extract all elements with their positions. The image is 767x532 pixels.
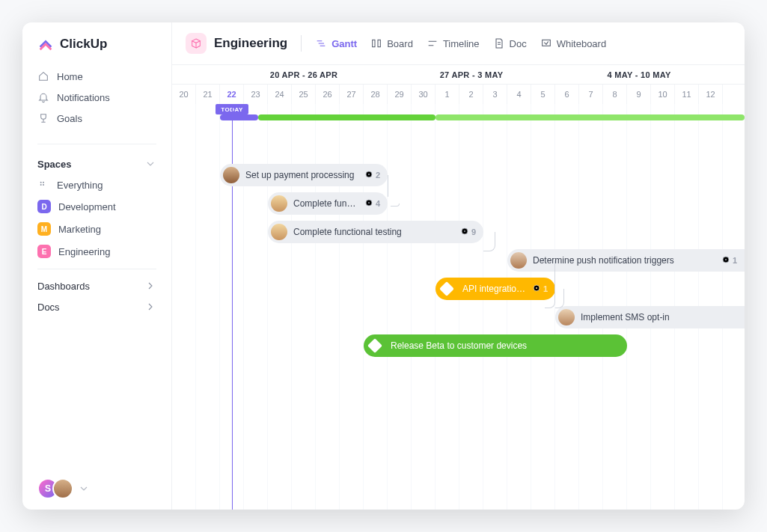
week-label: 4 MAY - 10 MAY <box>555 65 723 84</box>
day-cell: 2 <box>459 85 483 104</box>
user-avatar-photo <box>52 478 73 499</box>
dependency-connector <box>483 232 495 251</box>
gantt-task-bar[interactable]: Determine push notification triggers1 <box>507 249 745 272</box>
gantt-task-bar[interactable]: Complete functio...4 <box>268 192 388 215</box>
gantt-task-milestone[interactable]: API integration...1 <box>436 278 555 300</box>
gantt-summary-bar <box>172 114 745 120</box>
day-cell: 25 <box>292 85 316 104</box>
day-cell: 29 <box>388 85 412 104</box>
diamond-icon <box>439 281 454 296</box>
day-cell: 26 <box>316 85 340 104</box>
divider <box>37 144 156 144</box>
day-cell: 8 <box>603 85 627 104</box>
day-cell: 24 <box>268 85 292 104</box>
docs-label: Docs <box>37 302 60 313</box>
spaces-label: Spaces <box>37 159 72 170</box>
gantt-chart[interactable]: 20 APR - 26 APR 27 APR - 3 MAY 4 MAY - 1… <box>172 65 745 510</box>
sidebar-item-development[interactable]: D Development <box>22 195 171 218</box>
chevron-down-icon <box>78 483 90 495</box>
trophy-icon <box>37 112 49 124</box>
dependency-connector <box>388 175 388 197</box>
day-cell: 30 <box>412 85 436 104</box>
subtask-count: 1 <box>721 255 737 266</box>
day-cell: 12 <box>699 85 723 104</box>
home-icon <box>37 70 49 82</box>
gantt-task-bar[interactable]: Set up payment processing2 <box>220 164 388 186</box>
subtask-count: 2 <box>364 170 380 180</box>
subtask-icon <box>460 227 469 237</box>
day-cell: 7 <box>579 85 603 104</box>
sidebar-item-marketing[interactable]: M Marketing <box>22 218 171 240</box>
day-cell: 28 <box>364 85 388 104</box>
chevron-right-icon <box>144 301 156 313</box>
gantt-task-bar[interactable]: Complete functional testing9 <box>268 221 483 243</box>
view-tab-board-label: Board <box>387 38 413 49</box>
clickup-logo-icon <box>37 36 54 52</box>
day-cell: 1 <box>436 85 459 104</box>
day-cell: 6 <box>555 85 579 104</box>
day-cell: 4 <box>507 85 531 104</box>
svg-point-17 <box>368 202 370 204</box>
week-label: 20 APR - 26 APR <box>220 65 388 84</box>
assignee-avatar <box>271 224 287 240</box>
svg-rect-13 <box>542 40 550 46</box>
space-label-marketing: Marketing <box>58 224 101 235</box>
dashboards-label: Dashboards <box>37 281 90 292</box>
svg-rect-8 <box>378 40 380 46</box>
dependency-connector <box>545 260 555 308</box>
section-dashboards[interactable]: Dashboards <box>22 275 171 296</box>
subtask-icon <box>364 198 373 209</box>
brand-logo[interactable]: ClickUp <box>22 22 171 63</box>
gantt-icon <box>315 37 327 49</box>
sidebar: ClickUp Home Notifications Goals Spaces … <box>22 22 172 510</box>
sidebar-item-engineering[interactable]: E Engineering <box>22 240 171 263</box>
gantt-task-milestone[interactable]: Release Beta to customer devices <box>364 334 627 357</box>
view-tab-doc-label: Doc <box>510 38 527 49</box>
app-window: ClickUp Home Notifications Goals Spaces … <box>22 22 745 510</box>
current-space-label: Engineering <box>214 36 287 51</box>
view-tab-board[interactable]: Board <box>370 37 413 49</box>
view-tab-timeline[interactable]: Timeline <box>427 37 480 49</box>
day-cell: 23 <box>244 85 268 104</box>
day-cell: 3 <box>483 85 507 104</box>
view-tab-whiteboard-label: Whiteboard <box>557 38 606 49</box>
user-switcher[interactable]: S <box>22 468 171 510</box>
view-tab-doc[interactable]: Doc <box>493 37 527 49</box>
subtask-count: 4 <box>364 198 380 209</box>
gantt-week-header: 20 APR - 26 APR 27 APR - 3 MAY 4 MAY - 1… <box>172 65 745 85</box>
view-tab-gantt[interactable]: Gantt <box>315 37 357 49</box>
current-space-chip[interactable]: Engineering <box>186 33 287 54</box>
divider <box>37 269 156 269</box>
space-badge-engineering: E <box>37 245 51 258</box>
nav-home[interactable]: Home <box>22 66 171 87</box>
nav-notifications[interactable]: Notifications <box>22 87 171 108</box>
task-label: Release Beta to customer devices <box>391 340 620 351</box>
spaces-header[interactable]: Spaces <box>22 150 171 174</box>
gantt-body[interactable]: TODAYSet up payment processing2Complete … <box>172 104 745 510</box>
nav-goals-label: Goals <box>57 113 82 124</box>
subtask-icon <box>364 170 373 180</box>
grid-dots-icon <box>37 179 49 191</box>
task-label: API integration... <box>462 284 526 294</box>
space-badge-marketing: M <box>37 222 51 236</box>
gantt-task-bar[interactable]: Implement SMS opt-in <box>555 306 745 328</box>
chevron-right-icon <box>144 280 156 292</box>
svg-rect-7 <box>373 40 375 46</box>
doc-icon <box>493 37 505 49</box>
assignee-avatar <box>271 195 287 212</box>
assignee-avatar <box>510 252 527 269</box>
svg-point-19 <box>464 230 465 232</box>
nav-goals[interactable]: Goals <box>22 108 171 129</box>
divider <box>301 35 302 52</box>
space-label-engineering: Engineering <box>58 246 110 257</box>
day-cell: 21 <box>196 85 220 104</box>
view-tab-whiteboard[interactable]: Whiteboard <box>540 37 606 49</box>
topbar: Engineering Gantt Board Timeline Doc W <box>172 22 745 65</box>
task-label: Complete functional testing <box>293 227 454 237</box>
chevron-down-icon <box>144 158 156 170</box>
section-docs[interactable]: Docs <box>22 296 171 317</box>
sidebar-item-everything[interactable]: Everything <box>22 174 171 195</box>
subtask-icon <box>721 255 730 266</box>
day-cell: 20 <box>172 85 196 104</box>
svg-point-2 <box>40 184 42 186</box>
